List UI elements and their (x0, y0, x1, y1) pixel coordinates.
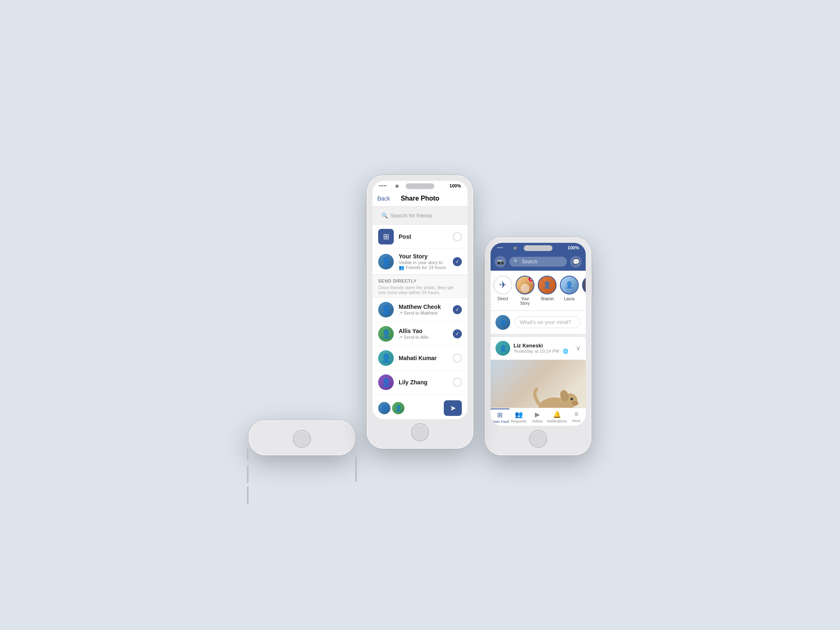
post-timestamp: Yesterday at 10:14 PM · 🌐 (514, 349, 568, 354)
mahati-avatar: 👤 (378, 350, 394, 366)
matthew-checkbox[interactable]: ✓ (453, 305, 462, 314)
contact-mahati[interactable]: 👤 Mahati Kumar (372, 346, 468, 370)
mute-button-3 (483, 266, 485, 278)
messenger-icon: 💬 (573, 258, 580, 265)
newsfeed-icon: ⊞ (497, 411, 502, 419)
laura-label: Laura (564, 297, 575, 301)
volume-up-button-3 (483, 282, 485, 300)
post-checkbox[interactable] (453, 232, 462, 241)
bottom-navigation: ⊞ News Feed 👥 Requests ▶ Videos 🔔 Notifi… (491, 408, 586, 426)
allis-name: Allis Yao (399, 328, 448, 334)
phone-2: ••••• 12:30 PM 100% Back Share Photo 🔍 S… (367, 175, 473, 449)
requests-icon: 👥 (515, 411, 523, 418)
volume-down-button-2 (365, 242, 367, 260)
battery-2: 100% (450, 183, 461, 188)
svg-point-4 (571, 398, 573, 400)
story-info: Your Story Visible in your story to 👥 Fr… (399, 253, 448, 270)
story-item-yours[interactable]: 2 Your Story (516, 276, 534, 306)
leo-photo: 👤 (583, 276, 586, 294)
story-badge: 2 (528, 276, 534, 282)
phone-notch-3 (524, 245, 552, 251)
home-button-3[interactable] (529, 430, 547, 448)
post-icon: ⊞ (378, 229, 394, 244)
direct-label: Direct (498, 297, 508, 301)
phone-2-screen: ••••• 12:30 PM 100% Back Share Photo 🔍 S… (372, 181, 468, 419)
fb-header: 📷 🔍 Search 💬 (491, 253, 586, 271)
camera-icon: 📷 (497, 258, 504, 265)
post-author-name: Liz Keneski (514, 342, 568, 349)
search-icon: 🔍 (381, 212, 388, 219)
more-label: More (572, 419, 581, 423)
story-checkbox[interactable]: ✓ (453, 257, 462, 266)
your-story-circle: 2 (516, 276, 534, 294)
story-label: Your Story (399, 253, 448, 260)
nav-videos[interactable]: ▶ Videos (528, 409, 547, 425)
story-item-sharon[interactable]: 👤 Sharon (538, 276, 556, 301)
phone-3-screen: •••• 12:30 PM 100% 📷 🔍 Search 💬 (491, 243, 586, 426)
post-author-avatar: 👤 (495, 341, 510, 356)
selected-avatar-1: 👤 (378, 402, 390, 414)
post-option[interactable]: ⊞ Post (372, 225, 468, 249)
home-button-1[interactable] (293, 430, 311, 448)
direct-icon: ✈ (499, 280, 507, 290)
post-header: 👤 Liz Keneski Yesterday at 10:14 PM · 🌐 … (491, 337, 586, 360)
allis-avatar: 👤 (378, 326, 394, 342)
allis-checkbox[interactable]: ✓ (453, 329, 462, 338)
sharon-circle: 👤 (538, 276, 557, 294)
your-story-option[interactable]: 👤 Your Story Visible in your story to 👥 … (372, 249, 468, 275)
status-composer: 👤 What's on your mind? (491, 311, 586, 334)
power-button-2 (473, 212, 475, 237)
nav-requests[interactable]: 👥 Requests (509, 409, 528, 425)
signal-2: ••••• (379, 184, 387, 187)
allis-sub: ↗ Send to Allis (399, 335, 448, 340)
fb-search-placeholder: Search (522, 259, 537, 265)
whats-on-mind-input[interactable]: What's on your mind? (514, 316, 581, 328)
send-button[interactable]: ➤ (444, 400, 462, 416)
newsfeed-label: News Feed (491, 420, 509, 424)
nav-notifications[interactable]: 🔔 Notifications (547, 409, 567, 425)
fb-messenger-button[interactable]: 💬 (570, 256, 582, 267)
sharon-label: Sharon (541, 297, 554, 301)
mahati-name: Mahati Kumar (399, 355, 448, 361)
requests-label: Requests (511, 419, 527, 423)
lily-info: Lily Zhang (399, 379, 448, 386)
contact-allis[interactable]: 👤 Allis Yao ↗ Send to Allis ✓ (372, 322, 468, 346)
story-item-leo[interactable]: 👤 Leo (582, 276, 586, 301)
svg-point-3 (572, 401, 578, 406)
contact-matthew[interactable]: 👤 Matthew Cheok ↗ Send to Matthew ✓ (372, 298, 468, 322)
lily-checkbox[interactable] (453, 378, 462, 387)
matthew-name: Matthew Cheok (399, 304, 448, 310)
friend-search[interactable]: 🔍 Search for friends (377, 210, 463, 221)
mute-button-2 (365, 204, 367, 216)
back-button[interactable]: Back (377, 195, 390, 202)
fb-search-bar[interactable]: 🔍 Search (509, 257, 567, 267)
lily-avatar: 👤 (378, 374, 394, 390)
nav-more[interactable]: ≡ More (567, 409, 586, 425)
story-sub: Visible in your story to 👥 Friends for 2… (399, 260, 448, 270)
share-photo-screen: ••••• 12:30 PM 100% Back Share Photo 🔍 S… (372, 181, 468, 419)
allis-info: Allis Yao ↗ Send to Allis (399, 328, 448, 340)
power-button (355, 457, 357, 482)
leo-circle: 👤 (582, 276, 586, 294)
laura-circle: 👤 (560, 276, 579, 294)
facebook-newsfeed: •••• 12:30 PM 100% 📷 🔍 Search 💬 (491, 243, 586, 426)
videos-icon: ▶ (535, 411, 540, 418)
share-options-list: ⊞ Post 👤 Your Story (372, 224, 468, 275)
fb-camera-button[interactable]: 📷 (495, 256, 506, 267)
post-label: Post (399, 233, 448, 240)
home-button-2[interactable] (411, 423, 429, 441)
mute-button (247, 449, 249, 461)
direct-circle: ✈ (493, 276, 512, 294)
share-title: Share Photo (401, 195, 439, 202)
laura-photo: 👤 (561, 276, 578, 294)
send-directly-sub: Once friends open the photo, they get on… (372, 285, 468, 297)
story-item-laura[interactable]: 👤 Laura (560, 276, 578, 301)
contact-lily[interactable]: 👤 Lily Zhang (372, 370, 468, 395)
nav-newsfeed[interactable]: ⊞ News Feed (491, 409, 509, 425)
post-user: 👤 Liz Keneski Yesterday at 10:14 PM · 🌐 (495, 341, 568, 356)
mahati-checkbox[interactable] (453, 354, 462, 363)
story-item-direct[interactable]: ✈ Direct (494, 276, 512, 301)
volume-up-button-2 (365, 220, 367, 238)
matthew-info: Matthew Cheok ↗ Send to Matthew (399, 304, 448, 316)
post-chevron-icon[interactable]: ∨ (576, 344, 581, 352)
